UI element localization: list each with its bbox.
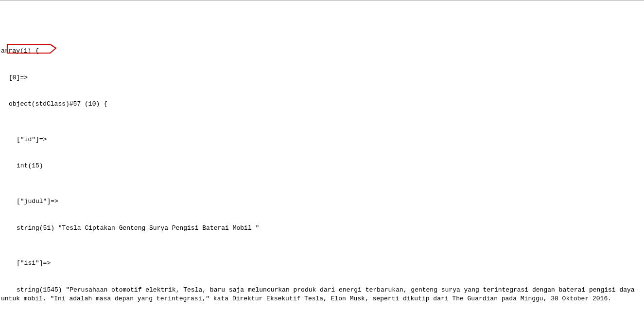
- var-dump-output: array(1) { [0]=> object(stdClass)#57 (10…: [0, 1, 644, 313]
- top-border: [0, 0, 644, 0]
- object-header: object(stdClass)#57 (10) {: [1, 100, 643, 109]
- array-header: array(1) {: [1, 47, 643, 55]
- isi-paragraph-1: string(1545) "Perusahaan otomotif elektr…: [1, 286, 638, 302]
- red-highlight-circle: [6, 25, 60, 40]
- field-isi-key: ["isi"]=>: [1, 259, 643, 268]
- field-isi-value: string(1545) "Perusahaan otomotif elektr…: [1, 286, 643, 303]
- field-id-value: int(15): [1, 162, 643, 170]
- field-judul-key: ["judul"]=>: [1, 197, 643, 206]
- field-judul-value: string(51) "Tesla Ciptakan Genteng Surya…: [1, 224, 643, 233]
- field-id-key: ["id"]=>: [1, 135, 643, 144]
- array-index: [0]=>: [1, 74, 643, 82]
